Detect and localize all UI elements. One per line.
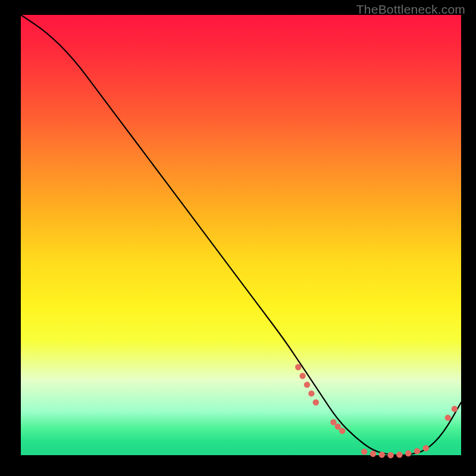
data-marker <box>370 451 376 457</box>
chart-svg <box>21 15 461 455</box>
plot-area <box>21 15 461 455</box>
data-marker <box>299 373 305 379</box>
data-marker <box>313 399 319 405</box>
data-marker <box>330 419 336 425</box>
data-marker <box>445 415 451 421</box>
data-marker <box>379 452 385 458</box>
data-marker <box>304 381 310 387</box>
bottleneck-curve <box>21 15 461 455</box>
data-marker <box>295 364 301 370</box>
data-marker <box>335 424 341 430</box>
data-marker <box>414 448 420 454</box>
data-marker <box>361 449 367 455</box>
data-marker <box>405 450 411 456</box>
data-marker <box>452 406 458 412</box>
data-marker <box>423 445 429 451</box>
data-marker <box>387 452 393 458</box>
data-marker <box>308 390 314 396</box>
data-marker <box>396 452 402 458</box>
data-marker <box>339 428 345 434</box>
chart-stage: TheBottleneck.com <box>0 0 476 476</box>
